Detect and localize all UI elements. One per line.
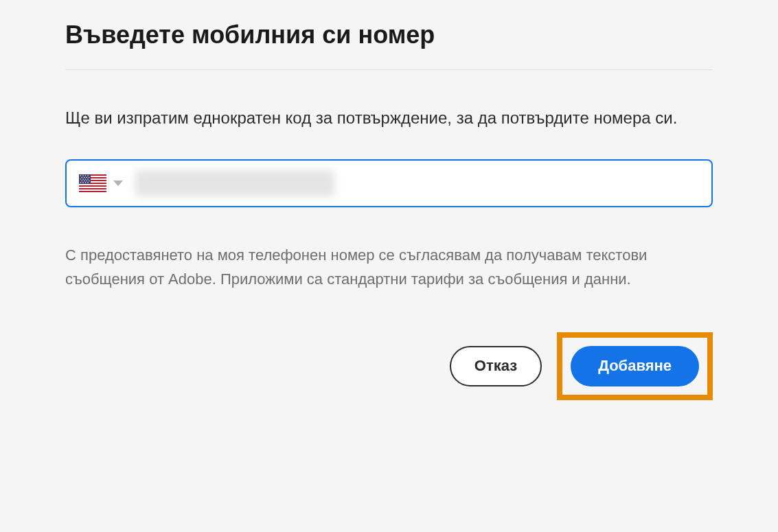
svg-point-9	[82, 175, 84, 176]
phone-input-field[interactable]	[65, 159, 713, 207]
add-button[interactable]: Добавяне	[571, 346, 699, 386]
svg-point-27	[87, 182, 89, 183]
svg-point-20	[81, 181, 82, 182]
phone-number-redacted	[135, 170, 334, 196]
disclaimer-text: С предоставянето на моя телефонен номер …	[65, 243, 713, 291]
button-row: Отказ Добавяне	[65, 332, 713, 400]
page-title: Въведете мобилния си номер	[65, 19, 713, 50]
svg-point-13	[84, 177, 85, 178]
svg-point-24	[80, 182, 82, 183]
highlight-annotation: Добавяне	[557, 332, 713, 400]
svg-point-8	[80, 175, 82, 176]
svg-point-25	[82, 182, 84, 183]
svg-rect-5	[79, 187, 106, 188]
svg-point-14	[86, 177, 87, 178]
svg-point-10	[85, 175, 87, 176]
svg-point-19	[87, 178, 89, 180]
svg-point-16	[80, 178, 82, 180]
svg-point-22	[86, 181, 87, 182]
svg-point-11	[87, 175, 89, 176]
svg-point-18	[85, 178, 87, 180]
svg-point-12	[81, 177, 82, 178]
chevron-down-icon	[113, 181, 123, 186]
svg-point-15	[89, 177, 90, 178]
svg-point-23	[89, 181, 90, 182]
description-text: Ще ви изпратим еднократен код за потвърж…	[65, 106, 713, 130]
divider	[65, 69, 713, 70]
cancel-button[interactable]: Отказ	[450, 346, 542, 386]
svg-rect-6	[79, 189, 106, 191]
svg-point-17	[82, 178, 84, 180]
svg-rect-4	[79, 184, 106, 185]
country-code-selector[interactable]	[79, 174, 133, 192]
svg-point-26	[85, 182, 87, 183]
svg-point-21	[84, 181, 85, 182]
us-flag-icon	[79, 174, 106, 192]
